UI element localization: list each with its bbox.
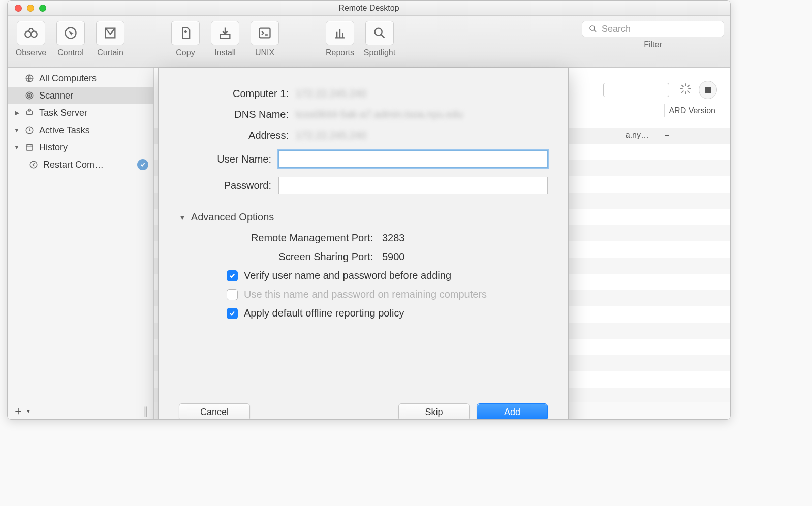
remote-port-label: Remote Management Port: — [179, 232, 382, 244]
computer1-label: Computer 1: — [179, 88, 296, 100]
user-name-input[interactable] — [278, 150, 548, 168]
svg-rect-4 — [221, 34, 230, 38]
dns-name-label: DNS Name: — [179, 109, 296, 120]
disclosure-down-icon[interactable]: ▼ — [14, 126, 20, 134]
stop-scan-button[interactable] — [699, 81, 717, 99]
sidebar-item-history[interactable]: ▼ History — [8, 139, 153, 156]
back-arrow-icon — [28, 160, 39, 169]
svg-line-22 — [688, 91, 689, 92]
control-label: Control — [57, 48, 84, 57]
reports-button[interactable] — [326, 21, 354, 45]
skip-button[interactable]: Skip — [398, 403, 470, 420]
filter-label: Filter — [644, 40, 662, 49]
remaining-checkbox — [227, 289, 238, 300]
filter-search-input[interactable]: Search — [582, 21, 724, 37]
sidebar-item-label: Scanner — [39, 90, 148, 101]
sidebar-item-label: Restart Com… — [43, 160, 133, 170]
svg-point-7 — [590, 26, 595, 30]
verify-checkbox-row[interactable]: Verify user name and password before add… — [227, 270, 548, 281]
computer1-value: 172.22.245.240 — [296, 88, 548, 100]
password-input[interactable] — [278, 177, 548, 194]
copy-label: Copy — [176, 48, 195, 57]
resize-handle-icon[interactable]: ∥ — [143, 405, 148, 417]
add-button[interactable]: Add — [477, 403, 548, 420]
cancel-button[interactable]: Cancel — [179, 403, 250, 420]
svg-point-1 — [31, 31, 37, 38]
offline-checkbox[interactable] — [227, 308, 238, 319]
row-ard-version-value: – — [665, 131, 669, 140]
user-name-label: User Name: — [179, 153, 278, 165]
add-button-label: Add — [504, 407, 520, 418]
sidebar-item-label: Task Server — [39, 108, 148, 118]
remaining-checkbox-row: Use this name and password on remaining … — [227, 289, 548, 300]
copy-button[interactable] — [171, 21, 200, 45]
globe-icon — [24, 74, 35, 83]
bar-chart-icon — [333, 26, 347, 40]
stop-icon — [705, 87, 711, 93]
advanced-options-label: Advanced Options — [191, 211, 274, 223]
copy-icon — [178, 26, 193, 40]
window-title: Remote Desktop — [8, 4, 730, 13]
unix-label: UNIX — [255, 48, 274, 57]
toolbar: Observe Control Curtain Copy — [8, 16, 730, 68]
binoculars-icon — [24, 26, 38, 40]
control-button[interactable] — [56, 21, 85, 45]
sidebar-item-label: Active Tasks — [39, 125, 148, 136]
password-label: Password: — [179, 180, 278, 192]
clock-icon — [24, 125, 35, 135]
svg-rect-5 — [260, 28, 270, 38]
sidebar-item-active-tasks[interactable]: ▼ Active Tasks — [8, 121, 153, 139]
sidebar-item-restart-computers[interactable]: Restart Com… — [8, 156, 153, 173]
success-badge-icon — [137, 159, 148, 170]
verify-checkbox-label: Verify user name and password before add… — [244, 270, 451, 281]
reports-label: Reports — [326, 48, 354, 57]
add-list-button[interactable]: ＋ — [13, 403, 24, 419]
advanced-options-toggle[interactable]: ▼ Advanced Options — [179, 211, 548, 223]
progress-spinner-icon — [679, 83, 692, 95]
verify-checkbox[interactable] — [227, 270, 238, 281]
svg-line-23 — [682, 91, 683, 92]
screen-port-value: 5900 — [382, 251, 405, 263]
curtain-icon — [103, 26, 117, 40]
sidebar-footer: ＋ ▾ ∥ — [8, 402, 153, 419]
skip-button-label: Skip — [425, 407, 443, 418]
curtain-button[interactable] — [96, 21, 124, 45]
observe-button[interactable] — [17, 21, 45, 45]
svg-point-11 — [29, 95, 30, 96]
sidebar-item-task-server[interactable]: ▶ Task Server — [8, 104, 153, 121]
svg-line-21 — [682, 85, 683, 87]
observe-label: Observe — [16, 48, 46, 57]
cursor-icon — [64, 26, 78, 40]
scanner-address-input[interactable] — [603, 83, 669, 97]
svg-point-6 — [375, 28, 382, 36]
add-list-menu-icon[interactable]: ▾ — [27, 407, 30, 415]
dns-name-value: tcos0844-5ak-a7.admin.tsoa.nyu.edu — [296, 109, 548, 120]
address-label: Address: — [179, 130, 296, 141]
terminal-icon — [258, 26, 272, 40]
remaining-checkbox-label: Use this name and password on remaining … — [244, 289, 487, 300]
disclosure-down-icon: ▼ — [179, 213, 186, 222]
sidebar-item-scanner[interactable]: Scanner — [8, 87, 153, 104]
column-header-ard-version[interactable]: ARD Version — [664, 104, 720, 117]
sidebar-item-all-computers[interactable]: All Computers — [8, 70, 153, 87]
offline-checkbox-row[interactable]: Apply default offline reporting policy — [227, 307, 548, 319]
disclosure-down-icon[interactable]: ▼ — [14, 144, 20, 151]
sidebar-item-label: History — [39, 142, 148, 153]
svg-rect-15 — [26, 145, 33, 150]
add-computer-sheet: Computer 1: 172.22.245.240 DNS Name: tco… — [158, 68, 569, 420]
svg-point-16 — [30, 161, 37, 168]
search-icon — [588, 24, 598, 34]
install-button[interactable] — [211, 21, 239, 45]
install-icon — [218, 26, 232, 40]
radar-icon — [24, 91, 35, 100]
spotlight-label: Spotlight — [364, 48, 395, 57]
titlebar: Remote Desktop — [8, 1, 730, 16]
disclosure-right-icon[interactable]: ▶ — [14, 109, 20, 116]
unix-button[interactable] — [251, 21, 279, 45]
remote-port-value: 3283 — [382, 232, 405, 244]
search-icon — [372, 26, 387, 40]
filter-placeholder: Search — [602, 24, 631, 35]
spotlight-button[interactable] — [365, 21, 394, 45]
curtain-label: Curtain — [97, 48, 123, 57]
sidebar: All Computers Scanner ▶ Task Server — [8, 68, 154, 419]
